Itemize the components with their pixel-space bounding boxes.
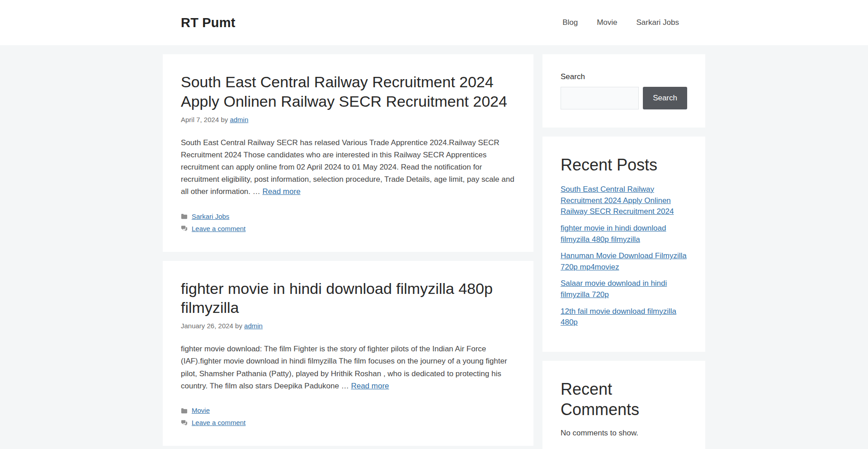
nav-item-sarkari-jobs[interactable]: Sarkari Jobs [637,18,679,27]
post-comments-row: Leave a comment [181,224,515,234]
comments-icon [181,420,188,426]
post-card: South East Central Railway Recruitment 2… [163,54,533,252]
recent-post-link[interactable]: South East Central Railway Recruitment 2… [561,185,674,216]
folder-icon [181,213,188,220]
post-footer: Sarkari Jobs Leave a comment [181,212,515,234]
comments-icon [181,225,188,232]
recent-posts-title: Recent Posts [561,155,687,175]
main-nav: Blog Movie Sarkari Jobs [562,18,687,27]
post-title: South East Central Railway Recruitment 2… [181,72,515,111]
recent-comments-widget: Recent Comments No comments to show. [542,361,705,449]
post-excerpt: fighter movie download: The film Fighter… [181,343,515,392]
search-input[interactable] [561,87,639,109]
post-title-link[interactable]: South East Central Railway Recruitment 2… [181,73,507,110]
post-category-link[interactable]: Movie [192,406,210,416]
list-item: fighter movie in hindi download filmyzil… [561,223,687,245]
post-title: fighter movie in hindi download filmyzil… [181,279,515,318]
site-header: RT Pumt Blog Movie Sarkari Jobs [0,0,868,45]
header-inner: RT Pumt Blog Movie Sarkari Jobs [163,0,705,45]
nav-item-blog[interactable]: Blog [562,18,578,27]
post-by-label: by [221,116,228,123]
list-item: Hanuman Movie Download Filmyzilla 720p m… [561,250,687,273]
post-meta: January 26, 2024 by admin [181,321,515,331]
post-comments-row: Leave a comment [181,418,515,428]
post-card: fighter movie in hindi download filmyzil… [163,261,533,446]
post-excerpt-text: South East Central Railway SECR has rela… [181,138,514,196]
post-author-link[interactable]: admin [230,116,248,123]
post-date: April 7, 2024 [181,116,219,123]
recent-post-link[interactable]: fighter movie in hindi download filmyzil… [561,224,666,244]
list-item: 12th fail movie download filmyzilla 480p [561,306,687,328]
post-category-link[interactable]: Sarkari Jobs [192,212,229,222]
post-author-link[interactable]: admin [244,322,263,330]
recent-post-link[interactable]: 12th fail movie download filmyzilla 480p [561,307,676,327]
nav-item-movie[interactable]: Movie [597,18,617,27]
post-footer: Movie Leave a comment [181,406,515,428]
read-more-link[interactable]: Read more [262,187,300,196]
post-excerpt: South East Central Railway SECR has rela… [181,137,515,198]
search-label: Search [561,72,687,81]
site-title-link[interactable]: RT Pumt [181,15,236,30]
main-column: South East Central Railway Recruitment 2… [163,54,533,449]
post-excerpt-text: fighter movie download: The film Fighter… [181,345,507,390]
post-by-label: by [235,322,242,330]
list-item: Salaar movie download in hindi filmyzill… [561,278,687,300]
read-more-link[interactable]: Read more [351,382,389,390]
recent-comments-title: Recent Comments [561,379,687,420]
search-row: Search [561,87,687,109]
recent-posts-widget: Recent Posts South East Central Railway … [542,137,705,352]
post-category-row: Movie [181,406,515,416]
folder-icon [181,407,188,414]
recent-post-link[interactable]: Hanuman Movie Download Filmyzilla 720p m… [561,251,687,271]
post-meta: April 7, 2024 by admin [181,115,515,125]
sidebar: Search Search Recent Posts South East Ce… [542,54,705,449]
page-content: South East Central Railway Recruitment 2… [163,45,705,449]
leave-comment-link[interactable]: Leave a comment [192,224,245,234]
search-widget: Search Search [542,54,705,128]
post-title-link[interactable]: fighter movie in hindi download filmyzil… [181,280,493,317]
no-comments-text: No comments to show. [561,429,687,438]
recent-posts-list: South East Central Railway Recruitment 2… [561,184,687,328]
list-item: South East Central Railway Recruitment 2… [561,184,687,217]
post-date: January 26, 2024 [181,322,233,330]
post-category-row: Sarkari Jobs [181,212,515,222]
recent-post-link[interactable]: Salaar movie download in hindi filmyzill… [561,279,667,299]
search-button[interactable]: Search [643,87,687,109]
leave-comment-link[interactable]: Leave a comment [192,418,245,428]
